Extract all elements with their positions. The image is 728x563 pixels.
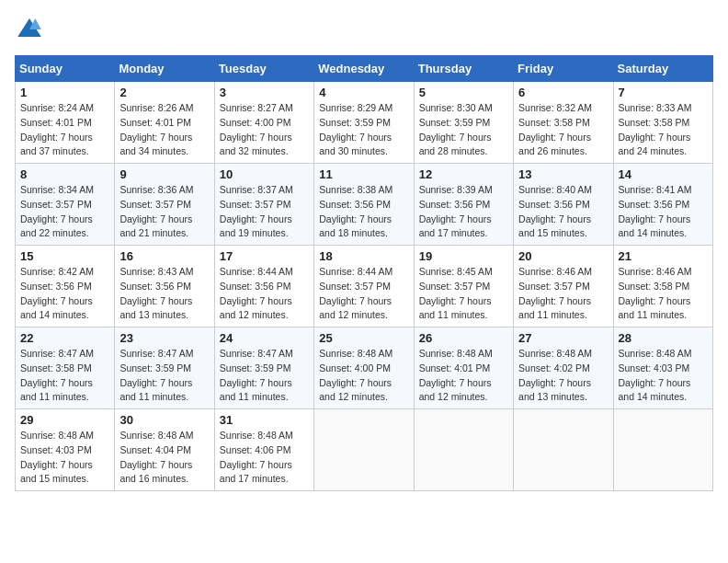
day-detail: Sunrise: 8:38 AM Sunset: 3:56 PM Dayligh… xyxy=(319,183,408,241)
calendar-cell: 11 Sunrise: 8:38 AM Sunset: 3:56 PM Dayl… xyxy=(314,164,414,246)
day-number: 3 xyxy=(220,86,309,99)
day-number: 24 xyxy=(220,331,309,345)
day-detail: Sunrise: 8:48 AM Sunset: 4:01 PM Dayligh… xyxy=(419,347,508,405)
day-number: 7 xyxy=(619,86,708,99)
calendar-cell: 10 Sunrise: 8:37 AM Sunset: 3:57 PM Dayl… xyxy=(214,164,313,246)
col-header-saturday: Saturday xyxy=(613,56,712,82)
calendar-cell: 14 Sunrise: 8:41 AM Sunset: 3:56 PM Dayl… xyxy=(613,164,712,246)
calendar-cell: 25 Sunrise: 8:48 AM Sunset: 4:00 PM Dayl… xyxy=(314,327,414,409)
col-header-tuesday: Tuesday xyxy=(214,56,313,82)
logo-icon xyxy=(15,15,44,44)
calendar-cell: 28 Sunrise: 8:48 AM Sunset: 4:03 PM Dayl… xyxy=(613,327,712,409)
day-detail: Sunrise: 8:42 AM Sunset: 3:56 PM Dayligh… xyxy=(20,265,109,323)
day-detail: Sunrise: 8:46 AM Sunset: 3:58 PM Dayligh… xyxy=(619,265,708,323)
day-number: 12 xyxy=(419,167,508,181)
day-number: 10 xyxy=(220,167,309,181)
calendar-cell: 24 Sunrise: 8:47 AM Sunset: 3:59 PM Dayl… xyxy=(214,327,313,409)
day-detail: Sunrise: 8:48 AM Sunset: 4:02 PM Dayligh… xyxy=(518,347,608,405)
col-header-friday: Friday xyxy=(514,56,613,82)
calendar-cell: 8 Sunrise: 8:34 AM Sunset: 3:57 PM Dayli… xyxy=(16,164,115,246)
day-detail: Sunrise: 8:26 AM Sunset: 4:01 PM Dayligh… xyxy=(119,101,209,159)
day-detail: Sunrise: 8:34 AM Sunset: 3:57 PM Dayligh… xyxy=(20,183,109,241)
calendar-cell xyxy=(314,409,414,491)
day-number: 8 xyxy=(20,167,109,181)
calendar-cell: 29 Sunrise: 8:48 AM Sunset: 4:03 PM Dayl… xyxy=(16,409,115,491)
day-detail: Sunrise: 8:44 AM Sunset: 3:57 PM Dayligh… xyxy=(319,265,408,323)
day-number: 23 xyxy=(119,331,209,345)
calendar-cell: 13 Sunrise: 8:40 AM Sunset: 3:56 PM Dayl… xyxy=(514,164,613,246)
calendar-cell: 9 Sunrise: 8:36 AM Sunset: 3:57 PM Dayli… xyxy=(115,164,214,246)
day-detail: Sunrise: 8:24 AM Sunset: 4:01 PM Dayligh… xyxy=(20,101,109,159)
calendar-cell: 7 Sunrise: 8:33 AM Sunset: 3:58 PM Dayli… xyxy=(613,82,712,164)
day-number: 28 xyxy=(619,331,708,345)
col-header-wednesday: Wednesday xyxy=(314,56,414,82)
day-detail: Sunrise: 8:48 AM Sunset: 4:06 PM Dayligh… xyxy=(220,429,309,487)
day-number: 15 xyxy=(20,249,109,263)
day-number: 30 xyxy=(119,413,209,427)
col-header-monday: Monday xyxy=(115,56,214,82)
day-detail: Sunrise: 8:41 AM Sunset: 3:56 PM Dayligh… xyxy=(619,183,708,241)
day-detail: Sunrise: 8:44 AM Sunset: 3:56 PM Dayligh… xyxy=(220,265,309,323)
day-detail: Sunrise: 8:30 AM Sunset: 3:59 PM Dayligh… xyxy=(419,101,508,159)
calendar-cell xyxy=(613,409,712,491)
calendar-cell: 22 Sunrise: 8:47 AM Sunset: 3:58 PM Dayl… xyxy=(16,327,115,409)
day-detail: Sunrise: 8:29 AM Sunset: 3:59 PM Dayligh… xyxy=(319,101,408,159)
day-detail: Sunrise: 8:48 AM Sunset: 4:03 PM Dayligh… xyxy=(619,347,708,405)
logo xyxy=(15,15,48,44)
day-detail: Sunrise: 8:33 AM Sunset: 3:58 PM Dayligh… xyxy=(619,101,708,159)
day-number: 16 xyxy=(119,249,209,263)
day-number: 26 xyxy=(419,331,508,345)
day-number: 27 xyxy=(518,331,608,345)
page-header xyxy=(15,15,713,44)
calendar-week-row: 8 Sunrise: 8:34 AM Sunset: 3:57 PM Dayli… xyxy=(16,164,713,246)
day-number: 9 xyxy=(119,167,209,181)
calendar-cell: 15 Sunrise: 8:42 AM Sunset: 3:56 PM Dayl… xyxy=(16,246,115,327)
day-detail: Sunrise: 8:46 AM Sunset: 3:57 PM Dayligh… xyxy=(518,265,608,323)
day-detail: Sunrise: 8:47 AM Sunset: 3:58 PM Dayligh… xyxy=(20,347,109,405)
calendar-cell: 31 Sunrise: 8:48 AM Sunset: 4:06 PM Dayl… xyxy=(214,409,313,491)
calendar-week-row: 22 Sunrise: 8:47 AM Sunset: 3:58 PM Dayl… xyxy=(16,327,713,409)
day-detail: Sunrise: 8:43 AM Sunset: 3:56 PM Dayligh… xyxy=(119,265,209,323)
day-number: 18 xyxy=(319,249,408,263)
calendar-cell: 20 Sunrise: 8:46 AM Sunset: 3:57 PM Dayl… xyxy=(514,246,613,327)
calendar-cell: 12 Sunrise: 8:39 AM Sunset: 3:56 PM Dayl… xyxy=(414,164,513,246)
day-number: 29 xyxy=(20,413,109,427)
calendar-cell: 27 Sunrise: 8:48 AM Sunset: 4:02 PM Dayl… xyxy=(514,327,613,409)
day-detail: Sunrise: 8:45 AM Sunset: 3:57 PM Dayligh… xyxy=(419,265,508,323)
day-number: 22 xyxy=(20,331,109,345)
calendar-cell: 26 Sunrise: 8:48 AM Sunset: 4:01 PM Dayl… xyxy=(414,327,513,409)
calendar-cell: 19 Sunrise: 8:45 AM Sunset: 3:57 PM Dayl… xyxy=(414,246,513,327)
day-detail: Sunrise: 8:27 AM Sunset: 4:00 PM Dayligh… xyxy=(220,101,309,159)
day-detail: Sunrise: 8:32 AM Sunset: 3:58 PM Dayligh… xyxy=(518,101,608,159)
day-number: 13 xyxy=(518,167,608,181)
day-number: 19 xyxy=(419,249,508,263)
day-detail: Sunrise: 8:47 AM Sunset: 3:59 PM Dayligh… xyxy=(220,347,309,405)
calendar-cell: 5 Sunrise: 8:30 AM Sunset: 3:59 PM Dayli… xyxy=(414,82,513,164)
calendar-cell: 30 Sunrise: 8:48 AM Sunset: 4:04 PM Dayl… xyxy=(115,409,214,491)
calendar-cell: 3 Sunrise: 8:27 AM Sunset: 4:00 PM Dayli… xyxy=(214,82,313,164)
calendar-week-row: 1 Sunrise: 8:24 AM Sunset: 4:01 PM Dayli… xyxy=(16,82,713,164)
day-number: 14 xyxy=(619,167,708,181)
day-detail: Sunrise: 8:39 AM Sunset: 3:56 PM Dayligh… xyxy=(419,183,508,241)
calendar-cell: 18 Sunrise: 8:44 AM Sunset: 3:57 PM Dayl… xyxy=(314,246,414,327)
day-detail: Sunrise: 8:36 AM Sunset: 3:57 PM Dayligh… xyxy=(119,183,209,241)
day-number: 17 xyxy=(220,249,309,263)
calendar-cell xyxy=(414,409,513,491)
day-detail: Sunrise: 8:48 AM Sunset: 4:04 PM Dayligh… xyxy=(119,429,209,487)
day-detail: Sunrise: 8:37 AM Sunset: 3:57 PM Dayligh… xyxy=(220,183,309,241)
calendar-week-row: 15 Sunrise: 8:42 AM Sunset: 3:56 PM Dayl… xyxy=(16,246,713,327)
day-number: 4 xyxy=(319,86,408,99)
day-number: 20 xyxy=(518,249,608,263)
col-header-sunday: Sunday xyxy=(16,56,115,82)
day-number: 5 xyxy=(419,86,508,99)
calendar-cell: 16 Sunrise: 8:43 AM Sunset: 3:56 PM Dayl… xyxy=(115,246,214,327)
day-detail: Sunrise: 8:48 AM Sunset: 4:03 PM Dayligh… xyxy=(20,429,109,487)
day-number: 31 xyxy=(220,413,309,427)
calendar-table: SundayMondayTuesdayWednesdayThursdayFrid… xyxy=(15,55,713,491)
day-detail: Sunrise: 8:48 AM Sunset: 4:00 PM Dayligh… xyxy=(319,347,408,405)
calendar-cell: 2 Sunrise: 8:26 AM Sunset: 4:01 PM Dayli… xyxy=(115,82,214,164)
day-number: 21 xyxy=(619,249,708,263)
calendar-cell: 23 Sunrise: 8:47 AM Sunset: 3:59 PM Dayl… xyxy=(115,327,214,409)
calendar-cell: 6 Sunrise: 8:32 AM Sunset: 3:58 PM Dayli… xyxy=(514,82,613,164)
calendar-week-row: 29 Sunrise: 8:48 AM Sunset: 4:03 PM Dayl… xyxy=(16,409,713,491)
